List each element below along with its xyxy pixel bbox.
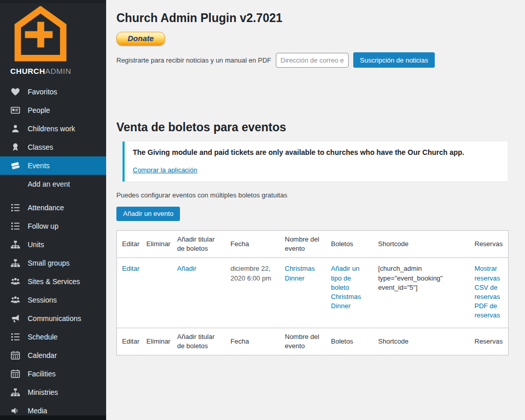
people-group-icon	[10, 276, 21, 287]
sidebar-menu: FavoritosPeopleChildrens workClassesEven…	[0, 83, 106, 420]
column-header: Nombre del evento	[280, 328, 326, 355]
buy-app-link[interactable]: Comprar la aplicación	[133, 166, 197, 174]
award-icon	[10, 142, 21, 152]
sidebar-item-label: Communications	[28, 314, 81, 323]
add-ticket-holder-link[interactable]: Añadir	[177, 265, 197, 272]
sidebar-item-classes[interactable]: Classes	[0, 138, 106, 156]
sidebar-item-schedule[interactable]: Schedule	[0, 328, 106, 346]
sidebar-item-add-an-event[interactable]: Add an event	[0, 175, 106, 193]
shortcode-text: [church_admin type="event_booking" event…	[373, 258, 470, 328]
event-name-link[interactable]: Christmas Dinner	[285, 265, 315, 282]
column-header: Boletos	[326, 328, 373, 355]
column-header: Fecha	[226, 328, 280, 355]
table-footer-row: EditarEliminarAñadir titular de boletosF…	[117, 328, 509, 355]
sidebar-item-ministries[interactable]: Ministries	[0, 383, 106, 402]
events-table: EditarEliminarAñadir titular de boletosF…	[116, 230, 509, 355]
numbered-list-icon	[10, 221, 21, 231]
sidebar-item-label: Classes	[28, 143, 53, 151]
org-chart-icon	[10, 258, 21, 268]
column-header: Boletos	[326, 231, 373, 258]
sidebar-item-label: Follow up	[28, 222, 58, 230]
numbered-list-icon	[10, 332, 21, 342]
column-header: Shortcode	[373, 231, 470, 258]
notice-text: The Giving module and paid tickets are o…	[133, 148, 499, 156]
numbered-list-icon	[10, 203, 21, 213]
people-group-icon	[10, 295, 21, 305]
person-icon	[10, 124, 21, 134]
sidebar-item-events[interactable]: Events	[0, 156, 106, 175]
column-header: Editar	[117, 328, 142, 355]
spacer	[116, 68, 508, 121]
sidebar-item-sessions[interactable]: Sessions	[0, 291, 106, 309]
event-date: diciembre 22, 2020 6:00 pm	[226, 258, 280, 328]
column-header: Reservas	[470, 328, 509, 355]
reservations-cell: Mostrar reservasCSV de reservasPDF de re…	[470, 258, 509, 328]
newsletter-signup-row: Registrarte para recibir noticias y un m…	[116, 52, 508, 68]
sidebar-item-label: Favoritos	[28, 88, 57, 96]
page-title: Church Admin Plugin v2.7021	[116, 11, 508, 25]
sidebar-item-people[interactable]: People	[0, 101, 106, 119]
sidebar-item-label: Schedule	[28, 333, 57, 341]
sidebar-item-small-groups[interactable]: Small groups	[0, 254, 106, 272]
reservation-link[interactable]: PDF de reservas	[475, 302, 503, 320]
sidebar-item-facilities[interactable]: Facilities	[0, 365, 106, 383]
add-event-button[interactable]: Añadir un evento	[116, 207, 180, 221]
sidebar-item-label: Add an event	[28, 180, 70, 188]
sidebar-item-units[interactable]: Units	[0, 235, 106, 254]
sidebar-item-communications[interactable]: Communications	[0, 309, 106, 328]
table-row: Editar Añadir diciembre 22, 2020 6:00 pm…	[117, 258, 509, 328]
sidebar-item-label: Ministries	[28, 388, 58, 396]
tickets-icon	[10, 161, 21, 171]
sidebar-item-label: Childrens work	[28, 125, 75, 133]
info-notice: The Giving module and paid tickets are o…	[123, 142, 508, 182]
heart-icon	[10, 87, 21, 97]
donate-button[interactable]: Donate	[116, 32, 165, 46]
sidebar: CHURCHADMIN FavoritosPeopleChildrens wor…	[0, 0, 106, 420]
column-header: Eliminar	[142, 328, 172, 355]
column-header: Shortcode	[373, 328, 470, 355]
logo-text-secondary: ADMIN	[45, 67, 71, 75]
column-header: Añadir titular de boletos	[172, 231, 226, 258]
org-chart-icon	[10, 387, 21, 397]
sidebar-item-label: Media	[28, 407, 47, 415]
church-house-logo-icon	[13, 6, 68, 62]
column-header: Fecha	[226, 231, 280, 258]
speaker-icon	[10, 406, 21, 416]
sidebar-item-calendar[interactable]: Calendar	[0, 346, 106, 365]
id-card-icon	[10, 105, 21, 115]
calendar-icon	[10, 350, 21, 361]
ticket-type-link[interactable]: Añadir un tipo de boleto	[331, 264, 368, 292]
edit-link[interactable]: Editar	[122, 265, 139, 272]
reservation-link[interactable]: CSV de reservas	[475, 283, 503, 302]
logo-text-primary: CHURCH	[10, 67, 45, 75]
ticket-type-link[interactable]: Christmas Dinner	[331, 292, 368, 311]
sidebar-item-label: Attendance	[28, 204, 64, 212]
church-admin-logo	[0, 3, 106, 62]
sidebar-item-favoritos[interactable]: Favoritos	[0, 83, 106, 101]
sidebar-bottom-strip	[0, 415, 106, 420]
column-header: Nombre del evento	[280, 231, 326, 258]
column-header: Añadir titular de boletos	[172, 328, 226, 355]
sidebar-item-follow-up[interactable]: Follow up	[0, 217, 106, 235]
megaphone-icon	[10, 313, 21, 324]
email-input[interactable]	[276, 53, 349, 68]
signup-text: Registrarte para recibir noticias y un m…	[116, 56, 271, 64]
table-header-row: EditarEliminarAñadir titular de boletosF…	[117, 231, 509, 258]
main-content: Church Admin Plugin v2.7021 Donate Regis…	[106, 0, 525, 355]
sidebar-item-label: Sites & Services	[28, 277, 80, 286]
sidebar-item-label: Facilities	[28, 370, 55, 378]
sidebar-item-childrens-work[interactable]: Childrens work	[0, 119, 106, 138]
sidebar-item-label: People	[28, 106, 50, 114]
column-header: Eliminar	[142, 231, 172, 258]
section-title: Venta de boletos para eventos	[116, 121, 508, 134]
tickets-cell: Añadir un tipo de boletoChristmas Dinner	[326, 258, 373, 328]
subscribe-button[interactable]: Suscripción de noticias	[353, 52, 435, 68]
sidebar-item-sites-services[interactable]: Sites & Services	[0, 272, 106, 291]
logo-text: CHURCHADMIN	[0, 62, 106, 75]
reservation-link[interactable]: Mostrar reservas	[475, 264, 503, 283]
column-header: Reservas	[470, 231, 509, 258]
sidebar-item-attendance[interactable]: Attendance	[0, 198, 106, 217]
sidebar-item-label: Small groups	[28, 259, 70, 267]
delete-cell	[142, 258, 172, 328]
column-header: Editar	[117, 231, 142, 258]
